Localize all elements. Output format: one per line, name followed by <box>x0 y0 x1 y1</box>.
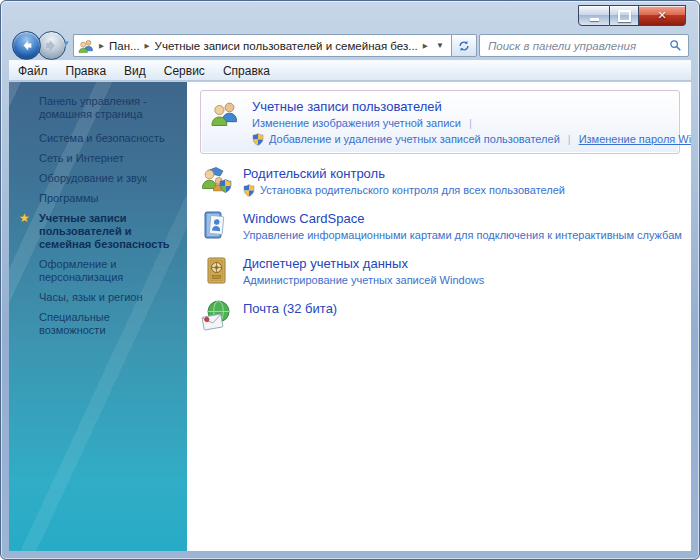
search-icon[interactable] <box>669 39 682 52</box>
back-arrow-icon <box>19 38 34 53</box>
search-input[interactable] <box>486 39 669 53</box>
sidebar-item-network-internet[interactable]: Сеть и Интернет <box>9 152 187 165</box>
cardspace-icon <box>200 209 232 241</box>
back-button[interactable] <box>12 31 41 60</box>
section-mail: Почта (32 бита) <box>200 299 680 331</box>
search-box <box>479 34 689 57</box>
recent-pages-chevron-icon[interactable]: ▾ <box>64 38 69 48</box>
link-change-account-picture[interactable]: Изменение изображения учетной записи <box>252 116 461 131</box>
maximize-icon <box>618 10 631 22</box>
close-icon: ✕ <box>657 9 666 22</box>
link-separator: | <box>568 132 571 147</box>
forward-button[interactable] <box>37 31 66 60</box>
section-title-cardspace[interactable]: Windows CardSpace <box>243 211 364 227</box>
forward-arrow-icon <box>44 38 59 53</box>
breadcrumb-arrow-icon[interactable]: ▶ <box>423 42 428 50</box>
sidebar-item-system-security[interactable]: Система и безопасность <box>9 132 187 145</box>
minimize-icon <box>590 18 599 21</box>
link-manage-information-cards[interactable]: Управление информационными картами для п… <box>243 228 682 243</box>
sidebar-item-user-accounts-family-safety[interactable]: ★ Учетные записи пользователей и семейна… <box>9 212 187 251</box>
menu-file[interactable]: Файл <box>9 62 57 80</box>
minimize-button[interactable] <box>578 5 610 26</box>
address-dropdown-icon[interactable]: ▼ <box>433 41 447 50</box>
sidebar-item-ease-of-access[interactable]: Специальные возможности <box>9 311 187 337</box>
menu-bar: Файл Правка Вид Сервис Справка <box>9 60 691 81</box>
section-parental-controls: Родительский контроль <box>200 164 680 198</box>
breadcrumb-arrow-icon[interactable]: ▶ <box>145 42 150 50</box>
parental-controls-icon <box>200 164 232 196</box>
menu-edit[interactable]: Правка <box>57 62 116 80</box>
section-title-mail[interactable]: Почта (32 бита) <box>243 301 337 317</box>
address-bar-group: ▶ Пан... ▶ Учетные записи пользователей … <box>73 34 477 57</box>
main-panel: Учетные записи пользователей Изменение и… <box>187 82 691 551</box>
mail-icon <box>200 299 232 331</box>
navigation-bar: ▾ ▶ Пан... ▶ Учетные записи пользователе… <box>1 31 699 59</box>
uac-shield-icon <box>252 133 264 146</box>
menu-tools[interactable]: Сервис <box>155 62 214 80</box>
address-bar[interactable]: ▶ Пан... ▶ Учетные записи пользователей … <box>73 34 451 57</box>
user-accounts-icon <box>209 97 241 129</box>
content-area: Панель управления - домашняя страница Си… <box>9 82 691 551</box>
section-user-accounts: Учетные записи пользователей Изменение и… <box>200 90 680 154</box>
section-title-user-accounts[interactable]: Учетные записи пользователей <box>252 99 442 115</box>
sidebar-item-clock-language-region[interactable]: Часы, язык и регион <box>9 291 187 304</box>
menu-view[interactable]: Вид <box>115 62 155 80</box>
link-separator: | <box>469 116 472 131</box>
sidebar-item-label: Учетные записи пользователей и семейная … <box>39 212 170 250</box>
refresh-icon <box>457 39 471 53</box>
section-cardspace: Windows CardSpace Управление информацион… <box>200 209 680 243</box>
address-favicon-users-icon <box>78 38 94 54</box>
sidebar-item-appearance-personalization[interactable]: Оформление и персонализация <box>9 258 187 284</box>
credential-manager-icon <box>200 254 232 286</box>
link-change-windows-password[interactable]: Изменение пароля Windows <box>579 132 691 147</box>
breadcrumb-segment-user-accounts[interactable]: Учетные записи пользователей и семейная … <box>155 40 418 52</box>
maximize-button[interactable] <box>610 5 639 26</box>
section-title-parental-controls[interactable]: Родительский контроль <box>243 166 385 182</box>
refresh-button[interactable] <box>451 34 477 57</box>
section-credential-manager: Диспетчер учетных данных Администрирован… <box>200 254 680 288</box>
sidebar-item-hardware-sound[interactable]: Оборудование и звук <box>9 172 187 185</box>
link-add-remove-accounts[interactable]: Добавление и удаление учетных записей по… <box>269 132 560 147</box>
sidebar-item-control-panel-home[interactable]: Панель управления - домашняя страница <box>9 95 187 121</box>
star-icon: ★ <box>19 212 30 225</box>
window-controls: ✕ <box>578 5 686 26</box>
link-setup-parental-controls[interactable]: Установка родительского контроля для все… <box>260 183 565 198</box>
section-title-credential-manager[interactable]: Диспетчер учетных данных <box>243 256 408 272</box>
sidebar: Панель управления - домашняя страница Си… <box>9 82 187 551</box>
explorer-window: ✕ ▾ ▶ Пан... ▶ <box>0 0 700 560</box>
sidebar-item-programs[interactable]: Программы <box>9 192 187 205</box>
link-administer-windows-credentials[interactable]: Администрирование учетных записей Window… <box>243 273 484 288</box>
close-button[interactable]: ✕ <box>639 5 686 26</box>
menu-help[interactable]: Справка <box>214 62 279 80</box>
breadcrumb-arrow-icon[interactable]: ▶ <box>99 42 104 50</box>
uac-shield-icon <box>243 184 255 197</box>
breadcrumb-segment-control-panel[interactable]: Пан... <box>109 40 140 52</box>
